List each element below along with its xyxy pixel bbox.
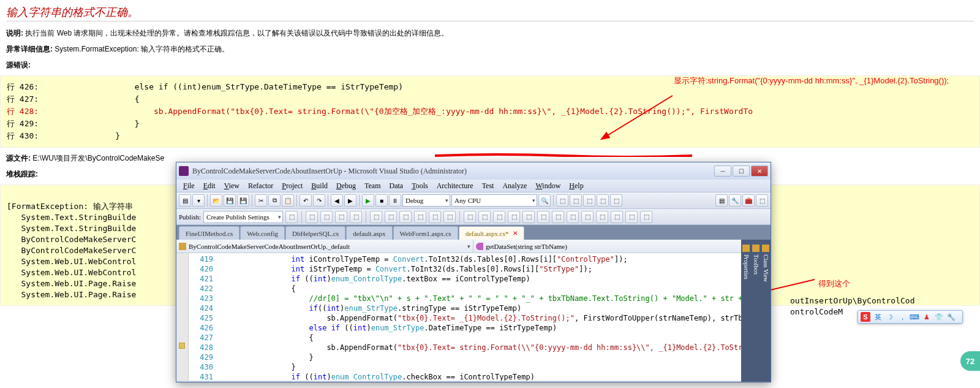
menu-analyze[interactable]: Analyze — [498, 180, 531, 192]
side-tab-toolbox[interactable]: Toolbox — [751, 240, 761, 382]
menu-team[interactable]: Team — [360, 180, 385, 192]
tab-dbhelpersql-cs[interactable]: DbHelperSQL.cs — [285, 226, 345, 240]
menu-view[interactable]: View — [220, 180, 244, 192]
document-tabs[interactable]: FineUIMethod.csWeb.configDbHelperSQL.csd… — [176, 225, 771, 240]
tab-fineuimethod-cs[interactable]: FineUIMethod.cs — [179, 226, 239, 240]
ime-person-icon[interactable]: ♟ — [922, 312, 932, 322]
save-button[interactable]: 💾 — [224, 194, 236, 207]
tb-ext-1[interactable]: ⬚ — [556, 194, 568, 207]
side-panel[interactable]: Class ViewToolboxProperties — [758, 240, 771, 382]
tb2-19[interactable]: ⬚ — [581, 211, 594, 223]
break-button[interactable]: ⏸ — [389, 194, 401, 207]
config-combo[interactable]: Debug — [402, 194, 450, 207]
ime-punct-icon[interactable]: ， — [897, 312, 907, 322]
copy-button[interactable]: ⧉ — [268, 194, 281, 207]
tb2-12[interactable]: ⬚ — [478, 211, 491, 223]
new-project-button[interactable]: ▤ — [179, 194, 191, 207]
tb2-9[interactable]: ⬚ — [429, 211, 441, 223]
tb2-5[interactable]: ⬚ — [370, 211, 382, 223]
tb-ext-2[interactable]: ⬚ — [570, 194, 582, 207]
editor-margin[interactable] — [176, 253, 189, 381]
cut-button[interactable]: ✂ — [255, 194, 267, 207]
close-button[interactable]: ✕ — [751, 165, 768, 177]
properties-button[interactable]: 🔧 — [729, 194, 741, 207]
menu-window[interactable]: Window — [531, 180, 565, 192]
tb2-20[interactable]: ⬚ — [596, 211, 608, 223]
tb2-7[interactable]: ⬚ — [399, 211, 412, 223]
menu-architecture[interactable]: Architecture — [432, 180, 478, 192]
tb2-15[interactable]: ⬚ — [522, 211, 535, 223]
ime-settings-icon[interactable]: 🔧 — [946, 312, 956, 322]
menu-data[interactable]: Data — [385, 180, 407, 192]
tb2-10[interactable]: ⬚ — [443, 211, 456, 223]
tab-web-config[interactable]: Web.config — [240, 226, 285, 240]
ime-keyboard-icon[interactable]: ⌨ — [910, 312, 919, 322]
tb2-13[interactable]: ⬚ — [493, 211, 505, 223]
nav-bar[interactable]: ByControlCodeMakeServerCodeAboutInsertOr… — [176, 240, 771, 253]
tb2-18[interactable]: ⬚ — [567, 211, 579, 223]
start-button[interactable]: ▶ — [362, 194, 374, 207]
tb-right-4[interactable]: ⬚ — [756, 194, 768, 207]
tb2-16[interactable]: ⬚ — [537, 211, 549, 223]
publish-combo[interactable]: Create Publish Settings — [203, 211, 283, 223]
redo-button[interactable]: ↷ — [313, 194, 325, 207]
paste-button[interactable]: 📋 — [282, 194, 294, 207]
tb-ext-4[interactable]: ⬚ — [597, 194, 609, 207]
tb2-2[interactable]: ⬚ — [320, 211, 333, 223]
tb2-1[interactable]: ⬚ — [306, 211, 318, 223]
menu-tools[interactable]: Tools — [407, 180, 432, 192]
ime-logo-icon[interactable]: S — [861, 312, 870, 322]
menu-help[interactable]: Help — [565, 180, 587, 192]
ime-moon-icon[interactable]: ☽ — [885, 312, 895, 322]
member-combo[interactable]: getDataSet(string strTbName) — [473, 240, 771, 253]
ime-shirt-icon[interactable]: 👕 — [934, 312, 944, 322]
tb2-3[interactable]: ⬚ — [335, 211, 347, 223]
tb2-22[interactable]: ⬚ — [625, 211, 638, 223]
open-button[interactable]: 📂 — [210, 194, 222, 207]
maximize-button[interactable]: ☐ — [733, 165, 750, 177]
menu-build[interactable]: Build — [307, 180, 332, 192]
menu-refactor[interactable]: Refactor — [244, 180, 277, 192]
menu-project[interactable]: Project — [277, 180, 307, 192]
toolbar-main[interactable]: ▤ ▾ 📂 💾 💾 ✂ ⧉ 📋 ↶ ↷ ◀ ▶ ▶ ■ ⏸ Debug Any … — [176, 192, 771, 209]
tb2-21[interactable]: ⬚ — [611, 211, 623, 223]
window-titlebar[interactable]: ByControlCodeMakeServerCodeAboutInsertOr… — [176, 162, 771, 180]
close-icon[interactable]: ✕ — [513, 230, 518, 237]
tab-default-aspx-cs-[interactable]: default.aspx.cs*✕ — [459, 226, 524, 240]
new-project-dd[interactable]: ▾ — [192, 194, 205, 207]
code-content[interactable]: int iControlTypeTemp = Convert.ToInt32(d… — [217, 253, 771, 381]
code-editor[interactable]: 419420421422423424425426427428429430431 … — [176, 253, 771, 381]
tab-webform1-aspx-cs[interactable]: WebForm1.aspx.cs — [393, 226, 458, 240]
nav-fwd-button[interactable]: ▶ — [344, 194, 356, 207]
tb2-14[interactable]: ⬚ — [508, 211, 520, 223]
tb2-8[interactable]: ⬚ — [414, 211, 426, 223]
nav-back-button[interactable]: ◀ — [331, 194, 343, 207]
side-tab-properties[interactable]: Properties — [741, 240, 751, 382]
find-button[interactable]: 🔍 — [538, 194, 551, 207]
ime-toolbar[interactable]: S 英 ☽ ， ⌨ ♟ 👕 🔧 — [858, 310, 963, 324]
side-tab-class-view[interactable]: Class View — [761, 240, 771, 382]
tb2-23[interactable]: ⬚ — [640, 211, 652, 223]
tb2-4[interactable]: ⬚ — [350, 211, 362, 223]
solution-explorer-button[interactable]: ▤ — [715, 194, 728, 207]
tb2-6[interactable]: ⬚ — [385, 211, 397, 223]
save-all-button[interactable]: 💾 — [237, 194, 249, 207]
visual-studio-window[interactable]: ByControlCodeMakeServerCodeAboutInsertOr… — [176, 162, 771, 382]
menu-bar[interactable]: FileEditViewRefactorProjectBuildDebugTea… — [176, 180, 771, 192]
menu-edit[interactable]: Edit — [199, 180, 220, 192]
badge-count[interactable]: 72 — [960, 351, 980, 371]
publish-btn[interactable]: ⬚ — [285, 211, 298, 223]
tb2-17[interactable]: ⬚ — [552, 211, 564, 223]
stop-button[interactable]: ■ — [375, 194, 388, 207]
type-combo[interactable]: ByControlCodeMakeServerCodeAboutInsertOr… — [176, 240, 473, 253]
tb-ext-5[interactable]: ⬚ — [610, 194, 622, 207]
toolbar-publish[interactable]: Publish: Create Publish Settings ⬚ ⬚ ⬚ ⬚… — [176, 209, 771, 225]
minimize-button[interactable]: ─ — [714, 165, 731, 177]
ime-lang-icon[interactable]: 英 — [873, 312, 883, 322]
menu-test[interactable]: Test — [478, 180, 499, 192]
tb-ext-3[interactable]: ⬚ — [583, 194, 595, 207]
menu-file[interactable]: File — [179, 180, 199, 192]
tb2-11[interactable]: ⬚ — [464, 211, 476, 223]
toolbox-button[interactable]: 🧰 — [742, 194, 755, 207]
undo-button[interactable]: ↶ — [300, 194, 312, 207]
